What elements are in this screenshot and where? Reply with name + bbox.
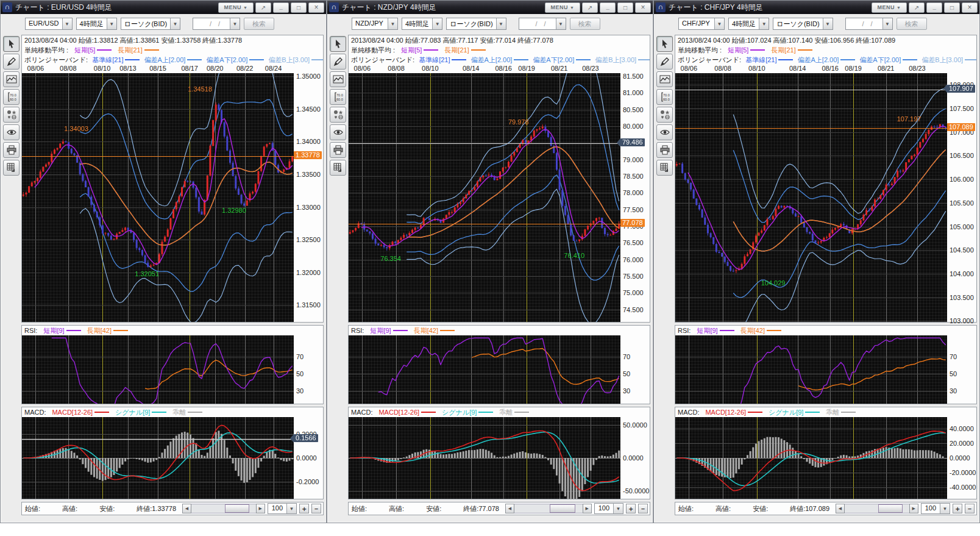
export-tool-button[interactable] [330,160,346,176]
chart-scrollbar[interactable]: ◀ ▶ [505,504,592,513]
visibility-tool-button[interactable] [330,124,346,140]
x-axis-label: 08/16 [822,65,839,72]
chevron-down-icon: ▼ [107,18,116,29]
minimize-button[interactable]: ＿ [273,2,289,13]
select-tool-button[interactable] [330,36,346,52]
currency-pair-select[interactable]: NZD/JPY ▼ [352,18,398,30]
search-button[interactable]: 検索 [570,18,600,30]
chart-type-value: ローソク(BID) [121,18,170,29]
minimize-button[interactable]: ＿ [600,2,616,13]
scale-tool-button[interactable]: 70.060.0 [656,89,673,105]
draw-tool-button[interactable] [3,54,20,70]
scroll-left-button[interactable]: ◀ [505,504,514,513]
print-tool-button[interactable] [656,142,673,158]
popout-button[interactable]: ↗ [582,2,598,13]
scroll-right-button[interactable]: ▶ [909,504,918,513]
zoom-select[interactable]: 100 ▼ [594,503,623,514]
visibility-tool-button[interactable] [3,124,20,140]
date-input[interactable]: / / ▼ [845,18,893,30]
rsi-chart-canvas[interactable] [675,335,947,404]
scale-tool-button[interactable]: 70.060.0 [3,89,20,105]
macd-diff-label: 乖離 [172,408,186,417]
timeframe-select[interactable]: 4時間足 ▼ [76,18,117,30]
chart-type-select[interactable]: ローソク(BID) ▼ [121,18,180,30]
close-button[interactable]: × [962,2,978,13]
zoom-in-button[interactable]: ＋ [626,504,636,513]
chart-type-value: ローソク(BID) [447,18,495,29]
marker-tool-button[interactable] [330,107,346,123]
indicator-tool-button[interactable] [656,71,673,87]
draw-tool-button[interactable] [330,54,346,70]
maximize-button[interactable]: □ [944,2,960,13]
menu-button[interactable]: MENU ▼ [545,2,580,13]
search-button[interactable]: 検索 [244,18,274,30]
export-tool-button[interactable] [656,160,673,176]
rsi-chart-canvas[interactable] [349,335,620,404]
scrollbar-thumb[interactable] [878,504,903,513]
menu-button[interactable]: MENU ▼ [872,2,907,13]
marker-tool-button[interactable] [3,107,20,123]
export-tool-button[interactable] [3,160,20,176]
chart-scrollbar[interactable]: ◀ ▶ [182,504,265,513]
price-chart-canvas[interactable] [349,73,620,322]
menu-button[interactable]: MENU ▼ [218,2,254,13]
x-axis-label: 08/16 [495,65,512,72]
search-button[interactable]: 検索 [897,18,927,30]
scroll-left-button[interactable]: ◀ [836,504,845,513]
zoom-select[interactable]: 100 ▼ [268,503,297,514]
scrollbar-track[interactable] [845,504,909,513]
currency-pair-select[interactable]: EUR/USD ▼ [25,18,73,30]
macd-axis: 40.000020.00000.0000-20.0000-40.0000 [947,417,975,499]
timeframe-value: 4時間足 [729,18,759,29]
zoom-out-button[interactable]: － [311,504,321,513]
draw-tool-button[interactable] [656,54,673,70]
zoom-out-button[interactable]: － [965,504,975,513]
close-button[interactable]: × [635,2,651,13]
indicator-tool-button[interactable] [3,71,20,87]
price-axis: 108.000107.500107.000106.500106.000105.5… [947,73,975,322]
price-chart-canvas[interactable] [675,73,947,322]
scrollbar-thumb[interactable] [550,504,575,513]
scale-tool-button[interactable]: 70.060.0 [330,89,346,105]
rsi-chart-canvas[interactable] [22,335,294,404]
price-chart-canvas[interactable] [22,73,294,322]
macd-chart-canvas[interactable] [349,417,620,499]
zoom-select[interactable]: 100 ▼ [921,503,950,514]
minimize-button[interactable]: ＿ [926,2,942,13]
scrollbar-track[interactable] [191,504,256,513]
date-input[interactable]: / / ▼ [193,18,240,30]
price-axis-label: 1.33000 [296,204,321,211]
rsi-axis: 705030 [620,335,648,404]
zoom-in-button[interactable]: ＋ [299,504,309,513]
macd-chart-canvas[interactable] [675,417,947,499]
scrollbar-thumb[interactable] [225,504,249,513]
select-tool-button[interactable] [656,36,673,52]
maximize-button[interactable]: □ [291,2,307,13]
close-button[interactable]: × [308,2,324,13]
print-tool-button[interactable] [3,142,20,158]
rsi-short-label: 短期[9] [697,326,717,335]
currency-pair-select[interactable]: CHF/JPY ▼ [678,18,725,30]
status-low-label: 安値: [753,504,768,513]
chart-type-select[interactable]: ローソク(BID) ▼ [446,18,506,30]
select-tool-button[interactable] [3,36,20,52]
maximize-button[interactable]: □ [617,2,633,13]
marker-tool-button[interactable] [656,107,673,123]
scrollbar-track[interactable] [514,504,583,513]
popout-button[interactable]: ↗ [909,2,925,13]
zoom-out-button[interactable]: － [638,504,648,513]
popout-button[interactable]: ↗ [255,2,271,13]
scroll-right-button[interactable]: ▶ [583,504,592,513]
zoom-in-button[interactable]: ＋ [953,504,962,513]
macd-chart-canvas[interactable] [22,417,294,499]
date-input[interactable]: / / ▼ [519,18,566,30]
print-tool-button[interactable] [330,142,346,158]
visibility-tool-button[interactable] [656,124,673,140]
timeframe-select[interactable]: 4時間足 ▼ [402,18,442,30]
indicator-tool-button[interactable] [330,71,346,87]
scroll-left-button[interactable]: ◀ [182,504,191,513]
chart-type-select[interactable]: ローソク(BID) ▼ [773,18,833,30]
chart-scrollbar[interactable]: ◀ ▶ [836,504,918,513]
scroll-right-button[interactable]: ▶ [256,504,265,513]
timeframe-select[interactable]: 4時間足 ▼ [728,18,769,30]
